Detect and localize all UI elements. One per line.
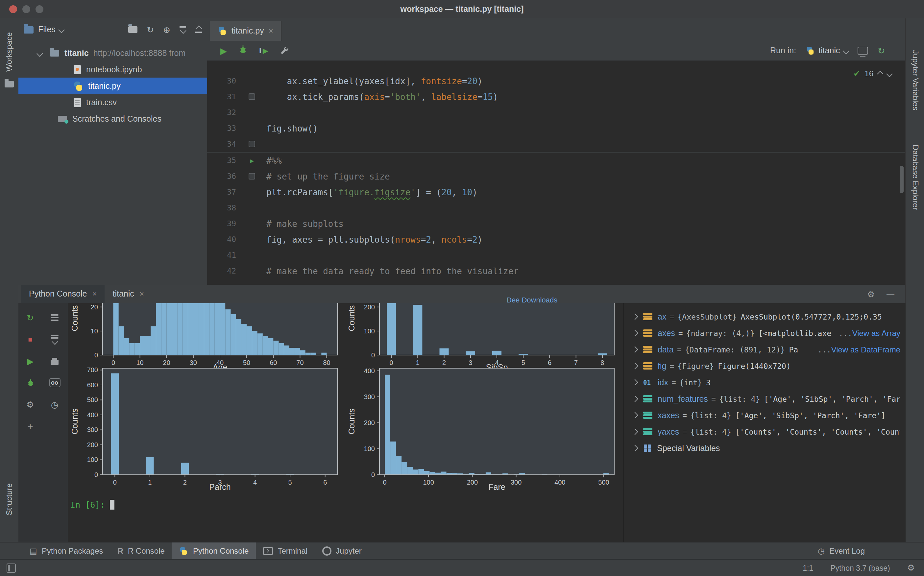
expand-chevron-icon[interactable] — [632, 379, 638, 386]
soft-wrap-icon[interactable] — [48, 311, 61, 324]
expand-chevron-icon[interactable] — [632, 395, 638, 402]
run-target-dropdown[interactable]: titanic — [805, 46, 849, 55]
hide-console-icon[interactable]: — — [887, 289, 894, 299]
variable-row-yaxes[interactable]: yaxes={list: 4}['Counts', 'Counts', 'Cou… — [624, 424, 906, 440]
tree-item-notebook[interactable]: notebook.ipynb — [18, 61, 207, 78]
history-clock-icon[interactable]: ◷ — [48, 398, 61, 411]
close-tab-icon[interactable]: × — [139, 289, 144, 299]
next-problem-icon[interactable] — [886, 70, 893, 77]
code-line-31[interactable]: 31 ax.tick_params(axis='both', labelsize… — [207, 89, 905, 104]
expand-chevron-icon[interactable] — [632, 363, 638, 369]
new-folder-button[interactable] — [128, 25, 138, 35]
code-line-34[interactable]: 34 — [207, 136, 905, 152]
attach-debugger-button[interactable] — [24, 376, 37, 389]
expand-chevron-icon[interactable] — [632, 313, 638, 320]
view-as-link[interactable]: View as DataFrame — [831, 345, 900, 354]
tab-titanic-console[interactable]: titanic × — [105, 285, 152, 303]
tab-titanic-py[interactable]: titanic.py × — [210, 21, 282, 41]
collapse-all-button[interactable] — [195, 26, 202, 32]
console-settings-gear-icon[interactable]: ⚙ — [867, 289, 875, 299]
toolwindow-terminal[interactable]: Terminal — [256, 542, 315, 559]
files-view-selector[interactable]: Files — [38, 25, 56, 34]
code-line-33[interactable]: 33fig.show() — [207, 120, 905, 136]
code-line-36[interactable]: 36# set up the figure size — [207, 168, 905, 184]
close-tab-icon[interactable]: × — [269, 26, 273, 35]
inspections-widget[interactable]: ✔ 16 — [853, 69, 892, 78]
close-tab-icon[interactable]: × — [93, 289, 97, 299]
code-line-37[interactable]: 37plt.rcParams['figure.figsize'] = (20, … — [207, 184, 905, 200]
variable-value: ['Counts', 'Counts', 'Counts', 'Counts — [735, 427, 900, 436]
debug-button[interactable] — [238, 45, 248, 56]
expand-chevron-icon[interactable] — [632, 429, 638, 435]
rerun-console-button[interactable]: ↻ — [24, 311, 37, 324]
interpreter-selector[interactable]: Python 3.7 (base) — [830, 564, 890, 572]
code-line-32[interactable]: 32 — [207, 104, 905, 120]
run-cell-icon[interactable]: ▶ — [245, 157, 258, 164]
new-console-button[interactable]: + — [24, 419, 37, 433]
troubleshoot-button[interactable] — [280, 45, 289, 56]
variable-row-data[interactable]: data={DataFrame: (891, 12)}Pa...View as … — [624, 341, 906, 358]
toolwindow-python-console[interactable]: Python Console — [172, 542, 256, 559]
code-line-40[interactable]: 40fig, axes = plt.subplots(nrows=2, ncol… — [207, 232, 905, 247]
tree-item-titanic[interactable]: titanic http://localhost:8888 from — [18, 45, 207, 61]
files-toolwindow-icon[interactable] — [5, 81, 14, 88]
caret-position[interactable]: 1:1 — [803, 564, 813, 572]
console-output[interactable]: 010203040506070800102030405060AgeCounts0… — [68, 303, 642, 542]
show-in-window-button[interactable] — [858, 47, 868, 54]
variable-row-ax[interactable]: ax={AxesSubplot}AxesSubplot(0.547727,0.1… — [624, 309, 906, 325]
tool-strip-jupyter-variables[interactable]: Jupyter Variables — [911, 50, 920, 110]
variable-row-idx[interactable]: 01idx={int}3 — [624, 374, 906, 390]
console-options-gear-icon[interactable]: ⚙ — [24, 398, 37, 411]
code-line-38[interactable]: 38 — [207, 200, 905, 216]
tree-item-titanic-py[interactable]: titanic.py — [18, 78, 207, 94]
toolwindow-jupyter[interactable]: Jupyter — [315, 542, 369, 559]
expand-chevron-icon[interactable] — [37, 50, 43, 56]
variable-row-xaxes[interactable]: xaxes={list: 4}['Age', 'SibSp', 'Parch',… — [624, 407, 906, 424]
stop-button[interactable]: ■ — [24, 333, 37, 346]
prev-problem-icon[interactable] — [877, 70, 884, 77]
code-editor[interactable]: 30 ax.set_ylabel(yaxes[idx], fontsize=20… — [207, 61, 905, 296]
expand-chevron-icon[interactable] — [632, 346, 638, 353]
variable-name: num_features — [658, 394, 708, 403]
code-text: ax.set_ylabel(yaxes[idx], fontsize=20) — [266, 76, 483, 86]
sync-button[interactable]: ↻ — [147, 25, 154, 35]
tool-strip-workspace[interactable]: Workspace — [5, 32, 14, 72]
tool-strip-structure[interactable]: Structure — [5, 483, 14, 515]
code-line-39[interactable]: 39# make subplots — [207, 216, 905, 232]
scroll-to-end-icon[interactable] — [48, 333, 61, 346]
status-gear-icon[interactable]: ⚙ — [907, 563, 915, 573]
restart-kernel-button[interactable]: ↻ — [878, 45, 885, 56]
execute-button[interactable]: ▶ — [24, 354, 37, 368]
profile-button[interactable]: I ▶ — [259, 46, 268, 55]
console-prompt-line[interactable]: In [6]: — [70, 500, 642, 510]
show-variables-toggle[interactable]: oo — [48, 376, 61, 389]
variable-row-num-features[interactable]: num_features={list: 4}['Age', 'SibSp', '… — [624, 390, 906, 407]
toolwindow-python-packages[interactable]: ▤ Python Packages — [22, 542, 110, 559]
variable-row-fig[interactable]: fig={Figure}Figure(1440x720) — [624, 358, 906, 374]
expand-chevron-icon[interactable] — [632, 445, 638, 451]
print-icon[interactable] — [48, 354, 61, 368]
svg-text:0: 0 — [94, 471, 98, 478]
expand-all-button[interactable] — [179, 26, 186, 32]
expand-chevron-icon[interactable] — [632, 412, 638, 419]
toolwindow-r-console[interactable]: R R Console — [110, 542, 172, 559]
code-line-41[interactable]: 41 — [207, 247, 905, 263]
tool-strip-database-explorer[interactable]: Database Explorer — [911, 145, 920, 210]
expand-chevron-icon[interactable] — [632, 330, 638, 336]
code-line-35[interactable]: 35▶#%% — [207, 152, 905, 168]
editor-scrollbar[interactable] — [900, 166, 903, 193]
list-variable-icon — [643, 429, 652, 435]
tree-item-scratches[interactable]: Scratches and Consoles — [18, 110, 207, 127]
view-as-link[interactable]: View as Array — [852, 328, 900, 338]
variable-row-special-variables[interactable]: Special Variables — [624, 440, 906, 456]
code-line-30[interactable]: 30 ax.set_ylabel(yaxes[idx], fontsize=20… — [207, 73, 905, 89]
locate-file-button[interactable]: ⊕ — [163, 25, 170, 35]
chevron-down-icon[interactable] — [59, 26, 65, 33]
code-line-42[interactable]: 42# make the data ready to feed into the… — [207, 263, 905, 279]
tab-python-console[interactable]: Python Console × — [21, 285, 105, 303]
run-button[interactable]: ▶ — [220, 46, 227, 56]
variable-row-axes[interactable]: axes={ndarray: (4,)}[<matplotlib.axe...V… — [624, 325, 906, 341]
tree-item-train-csv[interactable]: train.csv — [18, 94, 207, 110]
toolwindow-switcher-icon[interactable] — [6, 563, 16, 573]
event-log-button[interactable]: ◷ Event Log — [810, 542, 924, 559]
